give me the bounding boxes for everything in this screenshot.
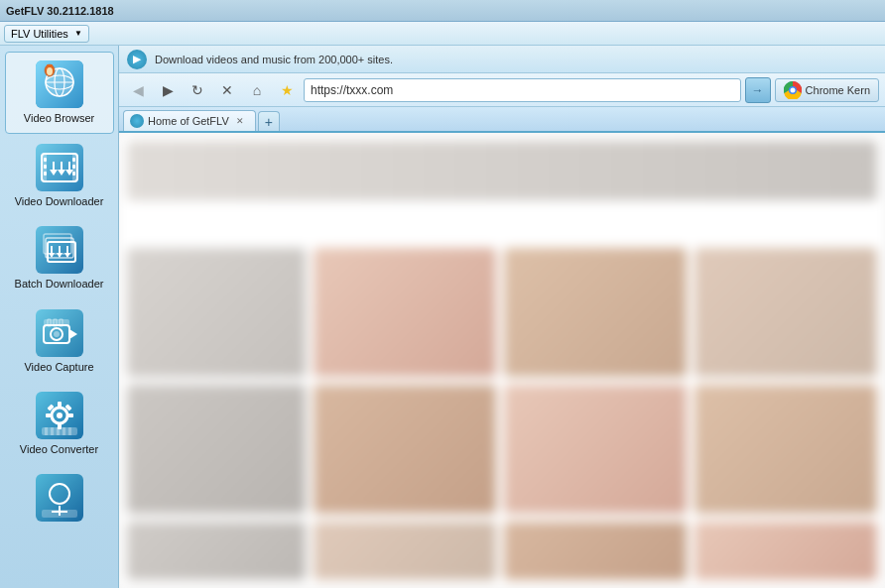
svg-point-37 — [54, 331, 60, 337]
sidebar-item-video-downloader[interactable]: Video Downloader — [5, 136, 114, 216]
svg-rect-48 — [46, 413, 52, 417]
home-button[interactable]: ⌂ — [244, 77, 270, 103]
url-input[interactable] — [304, 78, 741, 102]
svg-rect-12 — [44, 158, 47, 162]
favorite-button[interactable]: ★ — [274, 77, 300, 103]
chevron-down-icon: ▼ — [74, 29, 82, 38]
chrome-button[interactable]: Chrome Kern — [775, 78, 879, 102]
go-button[interactable]: → — [745, 77, 771, 103]
svg-point-65 — [790, 87, 795, 92]
stop-button[interactable]: ✕ — [214, 77, 240, 103]
svg-rect-62 — [42, 510, 77, 518]
tab-label: Home of GetFLV — [148, 115, 229, 127]
svg-rect-53 — [45, 427, 48, 435]
web-content[interactable] — [119, 133, 885, 588]
svg-rect-56 — [63, 427, 65, 435]
nav-bar: ◀ ▶ ↻ ✕ ⌂ ★ → Ch — [119, 73, 885, 107]
new-tab-button[interactable]: + — [258, 111, 280, 131]
video-downloader-icon — [36, 144, 83, 191]
chrome-icon — [784, 81, 802, 99]
svg-rect-46 — [58, 402, 62, 408]
sidebar-item-label-batch-downloader: Batch Downloader — [15, 278, 104, 291]
svg-point-7 — [47, 67, 53, 75]
promo-text: Download videos and music from 200,000+ … — [155, 54, 393, 65]
sidebar-item-label-video-capture: Video Capture — [24, 361, 93, 374]
promo-bar: ▶ Download videos and music from 200,000… — [119, 46, 885, 73]
title-bar: GetFLV 30.2112.1818 — [0, 0, 885, 22]
svg-rect-55 — [57, 427, 60, 435]
video-browser-icon — [36, 60, 83, 108]
svg-rect-17 — [72, 172, 75, 176]
main-layout: Video Browser — [0, 46, 885, 588]
svg-rect-49 — [67, 413, 73, 417]
sidebar-item-label-video-converter: Video Converter — [20, 443, 98, 456]
sidebar: Video Browser — [0, 46, 119, 588]
svg-point-45 — [57, 412, 63, 418]
tabs-bar: Home of GetFLV ✕ + — [119, 107, 885, 133]
sidebar-item-batch-downloader[interactable]: Batch Downloader — [5, 218, 114, 298]
tab-favicon — [130, 114, 144, 128]
chrome-label: Chrome Kern — [806, 84, 870, 96]
svg-rect-14 — [44, 172, 47, 176]
sidebar-item-extra[interactable] — [5, 466, 114, 533]
sidebar-item-video-browser[interactable]: Video Browser — [5, 52, 114, 134]
video-capture-icon — [36, 309, 83, 357]
forward-button[interactable]: ▶ — [155, 77, 181, 103]
app-title: GetFLV 30.2112.1818 — [6, 5, 114, 17]
svg-rect-13 — [44, 165, 47, 169]
svg-rect-54 — [51, 427, 54, 435]
menu-bar: FLV Utilities ▼ — [0, 22, 885, 46]
sidebar-item-label-video-downloader: Video Downloader — [15, 195, 104, 208]
refresh-button[interactable]: ↻ — [185, 77, 210, 103]
browser-area: ▶ Download videos and music from 200,000… — [119, 46, 885, 588]
webpage-content — [119, 133, 885, 588]
menu-label: FLV Utilities — [11, 28, 68, 40]
back-button[interactable]: ◀ — [125, 77, 151, 103]
tab-home-getflv[interactable]: Home of GetFLV ✕ — [123, 110, 256, 131]
sidebar-item-video-converter[interactable]: Video Converter — [5, 384, 114, 464]
svg-rect-57 — [68, 427, 71, 435]
promo-icon: ▶ — [127, 50, 147, 69]
tab-close-button[interactable]: ✕ — [233, 114, 247, 128]
batch-downloader-icon — [36, 226, 83, 274]
video-converter-icon — [36, 392, 83, 439]
svg-rect-16 — [72, 165, 75, 169]
flv-utilities-menu[interactable]: FLV Utilities ▼ — [4, 25, 89, 43]
sidebar-item-video-capture[interactable]: Video Capture — [5, 301, 114, 382]
svg-rect-15 — [72, 158, 75, 162]
extra-icon — [36, 474, 83, 522]
sidebar-item-label-video-browser: Video Browser — [24, 112, 94, 125]
